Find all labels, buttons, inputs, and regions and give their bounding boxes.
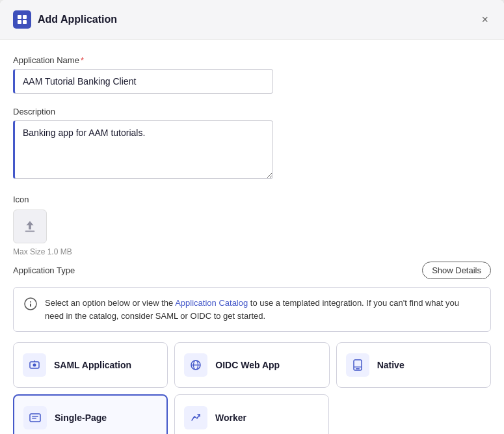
app-type-section: Application Type Show Details Select an … (13, 262, 491, 434)
description-input[interactable]: Banking app for AAM tutorials. (13, 120, 273, 179)
oidc-icon (189, 359, 202, 372)
spa-icon-box (23, 406, 47, 429)
modal-title: Add Application (38, 14, 117, 25)
icon-upload-button[interactable] (13, 210, 47, 243)
saml-label: SAML Application (54, 360, 131, 370)
modal-app-icon (13, 10, 31, 29)
worker-icon (189, 411, 202, 424)
show-details-button[interactable]: Show Details (422, 262, 491, 279)
native-label: Native (377, 360, 405, 370)
description-label: Description (13, 107, 491, 116)
saml-icon (28, 359, 41, 372)
oidc-label: OIDC Web App (215, 360, 280, 370)
svg-rect-19 (32, 418, 36, 419)
app-type-worker[interactable]: Worker (174, 394, 329, 434)
app-type-saml[interactable]: SAML Application (13, 342, 168, 388)
svg-point-6 (30, 301, 31, 303)
app-catalog-link[interactable]: Application Catalog (175, 298, 248, 308)
icon-label: Icon (13, 195, 491, 204)
upload-icon (23, 219, 37, 234)
grid-icon (17, 14, 27, 25)
app-name-label: Application Name* (13, 55, 491, 65)
spa-label: Single-Page (55, 413, 107, 423)
app-type-header: Application Type Show Details (13, 262, 491, 279)
native-icon (351, 359, 364, 372)
app-type-spa[interactable]: Single-Page (13, 394, 168, 434)
spa-icon (29, 411, 42, 424)
app-name-group: Application Name* (13, 55, 491, 94)
app-name-input[interactable] (13, 69, 273, 94)
modal-body: Application Name* Description Banking ap… (0, 40, 504, 434)
info-icon (24, 297, 37, 310)
worker-icon-box (184, 406, 207, 429)
app-type-grid: SAML Application OIDC Web App (13, 342, 491, 388)
add-application-modal: Add Application × Application Name* Desc… (0, 0, 504, 434)
svg-rect-4 (25, 230, 35, 232)
svg-rect-2 (18, 20, 21, 24)
close-button[interactable]: × (479, 11, 491, 28)
app-type-oidc[interactable]: OIDC Web App (174, 342, 329, 388)
svg-rect-1 (23, 15, 27, 19)
icon-section: Icon Max Size 1.0 MB (13, 195, 491, 256)
svg-rect-0 (18, 15, 21, 19)
app-type-native[interactable]: Native (336, 342, 491, 388)
app-type-label: Application Type (13, 265, 75, 275)
info-banner: Select an option below or view the Appli… (13, 287, 491, 332)
max-size-text: Max Size 1.0 MB (13, 247, 491, 256)
description-group: Description Banking app for AAM tutorial… (13, 107, 491, 182)
modal-header: Add Application × (0, 0, 504, 40)
required-star: * (81, 55, 84, 65)
native-icon-box (346, 353, 369, 377)
svg-point-9 (33, 364, 36, 367)
app-type-row2: Single-Page Worker (13, 394, 491, 434)
svg-rect-18 (32, 416, 38, 417)
info-text: Select an option below or view the Appli… (45, 297, 480, 322)
svg-rect-15 (356, 368, 360, 370)
modal-header-left: Add Application (13, 10, 117, 29)
svg-rect-3 (23, 20, 27, 24)
worker-label: Worker (215, 413, 246, 423)
svg-rect-7 (30, 304, 31, 307)
oidc-icon-box (184, 353, 207, 377)
saml-icon-box (23, 353, 46, 377)
